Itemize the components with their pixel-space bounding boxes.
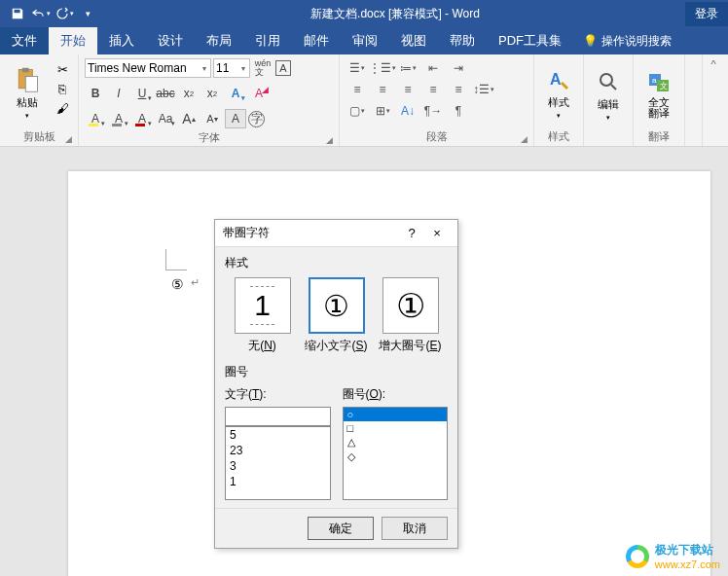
text-input[interactable] <box>225 407 331 426</box>
copy-icon[interactable]: ⎘ <box>53 80 72 97</box>
watermark-name: 极光下载站 <box>655 542 720 558</box>
underline-button[interactable]: U▾ <box>131 84 153 103</box>
character-border-icon[interactable]: A <box>275 60 291 76</box>
style-label-enlarge: 增大圈号(E) <box>379 338 441 354</box>
shrink-font-button[interactable]: A▾ <box>201 109 223 128</box>
list-item[interactable]: 1 <box>226 474 330 489</box>
ok-button[interactable]: 确定 <box>308 517 374 540</box>
full-translate-button[interactable]: a文 全文 翻译 <box>639 58 678 127</box>
paste-button[interactable]: 粘贴 ▾ <box>6 58 49 127</box>
dialog-titlebar[interactable]: 带圈字符 ? × <box>215 220 457 247</box>
font-size-combo[interactable]: 11▾ <box>213 58 250 78</box>
italic-button[interactable]: I <box>108 84 129 103</box>
align-right-button[interactable]: ≡ <box>396 80 419 99</box>
change-case-button[interactable]: Aa▾ <box>155 109 176 128</box>
style-label-none: 无(N) <box>248 338 276 354</box>
styles-button[interactable]: A 样式▾ <box>540 58 577 127</box>
list-item[interactable]: ◇ <box>344 450 448 464</box>
tab-design[interactable]: 设计 <box>146 27 195 54</box>
show-marks-button[interactable]: ¶ <box>447 101 470 121</box>
style-option-none[interactable]: 1 无(N) <box>231 277 295 354</box>
line-spacing-button[interactable]: ↕☰▾ <box>472 80 495 99</box>
svg-text:文: 文 <box>660 82 668 90</box>
tab-view[interactable]: 视图 <box>389 27 438 54</box>
font-dialog-launcher-icon[interactable]: ◢ <box>326 135 333 145</box>
font-name-combo[interactable]: Times New Roman▾ <box>85 58 211 78</box>
align-center-button[interactable]: ≡ <box>371 80 394 99</box>
title-bar: ▾ ▾ ▾ 新建文档.docx [兼容模式] - Word 登录 <box>0 0 728 27</box>
list-item[interactable]: 3 <box>226 458 330 474</box>
paragraph-dialog-launcher-icon[interactable]: ◢ <box>521 134 528 144</box>
translate-icon: a文 <box>645 68 673 95</box>
find-replace-button[interactable]: 查替 <box>691 58 703 86</box>
dialog-help-button[interactable]: ? <box>399 226 424 240</box>
text-label: 文字(T): <box>225 386 331 403</box>
highlight-button[interactable]: A▾ <box>85 109 106 128</box>
clipboard-dialog-launcher-icon[interactable]: ◢ <box>65 134 72 144</box>
find-icon <box>595 68 622 95</box>
clear-formatting-icon[interactable]: A◢ <box>248 84 270 103</box>
tab-pdftools[interactable]: PDF工具集 <box>487 27 573 54</box>
collapse-ribbon-icon[interactable]: ^ <box>703 54 724 146</box>
phonetic-guide-icon[interactable]: wén文 <box>252 58 273 78</box>
superscript-button[interactable]: x2 <box>201 84 223 103</box>
tab-insert[interactable]: 插入 <box>97 27 146 54</box>
text-effects-button[interactable]: A▾ <box>225 84 246 103</box>
grow-font-button[interactable]: A▴ <box>178 109 200 128</box>
group-label-paragraph: 段落◢ <box>346 127 528 146</box>
text-listbox[interactable]: 5 23 3 1 <box>225 426 331 500</box>
document-text: ⑤ <box>171 276 184 293</box>
redo-icon[interactable]: ▾ <box>55 4 74 23</box>
subscript-button[interactable]: x2 <box>178 84 200 103</box>
strikethrough-button[interactable]: abc <box>155 84 176 103</box>
cancel-button[interactable]: 取消 <box>382 517 448 540</box>
qat-customize-icon[interactable]: ▾ <box>78 4 97 23</box>
editing-button[interactable]: 编辑▾ <box>590 58 627 130</box>
enclosure-listbox[interactable]: ○ □ △ ◇ <box>343 407 449 500</box>
svg-text:A: A <box>550 71 562 88</box>
ltr-button[interactable]: ¶→ <box>421 101 445 121</box>
tell-me-label: 操作说明搜索 <box>601 33 672 50</box>
ribbon: 粘贴 ▾ ✂ ⎘ 🖌 剪贴板◢ Times New Roman▾ 11▾ wén… <box>0 54 728 147</box>
cut-icon[interactable]: ✂ <box>53 60 72 78</box>
save-icon[interactable] <box>8 4 27 23</box>
quick-access-toolbar: ▾ ▾ ▾ <box>0 4 105 23</box>
character-scaling-button[interactable]: A <box>225 109 246 128</box>
increase-indent-button[interactable]: ⇥ <box>447 58 470 78</box>
numbering-button[interactable]: ⋮☰▾ <box>371 58 394 78</box>
tab-references[interactable]: 引用 <box>243 27 292 54</box>
bold-button[interactable]: B <box>85 84 106 103</box>
align-left-button[interactable]: ≡ <box>346 80 369 99</box>
style-option-enlarge[interactable]: ① 增大圈号(E) <box>379 277 443 354</box>
list-item[interactable]: 23 <box>226 443 330 458</box>
tab-layout[interactable]: 布局 <box>195 27 243 54</box>
enclosure-section-label: 圈号 <box>225 364 448 380</box>
enclose-characters-button[interactable]: 字 <box>248 111 265 127</box>
shading-button[interactable]: ▢▾ <box>346 101 369 121</box>
tab-help[interactable]: 帮助 <box>438 27 487 54</box>
dialog-close-button[interactable]: × <box>424 226 450 240</box>
tell-me-search[interactable]: 💡 操作说明搜索 <box>573 33 681 50</box>
tab-review[interactable]: 审阅 <box>341 27 389 54</box>
list-item[interactable]: □ <box>344 421 448 435</box>
undo-icon[interactable]: ▾ <box>31 4 51 23</box>
font-color-button[interactable]: A▾ <box>131 109 153 128</box>
tab-file[interactable]: 文件 <box>0 27 49 54</box>
sort-button[interactable]: A↓ <box>396 101 419 121</box>
align-justify-button[interactable]: ≡ <box>421 80 445 99</box>
style-option-shrink[interactable]: ① 缩小文字(S) <box>305 277 369 354</box>
list-item[interactable]: △ <box>344 435 448 450</box>
multilevel-list-button[interactable]: ≔▾ <box>396 58 419 78</box>
distributed-button[interactable]: ≡ <box>447 80 470 99</box>
list-item[interactable]: 5 <box>226 427 330 443</box>
decrease-indent-button[interactable]: ⇤ <box>421 58 445 78</box>
styles-label: 样式 <box>548 95 569 110</box>
borders-button[interactable]: ⊞▾ <box>371 101 394 121</box>
list-item[interactable]: ○ <box>344 408 448 421</box>
bullets-button[interactable]: ☰▾ <box>346 58 369 78</box>
tab-mailings[interactable]: 邮件 <box>292 27 341 54</box>
login-button[interactable]: 登录 <box>685 2 728 26</box>
tab-home[interactable]: 开始 <box>49 27 97 54</box>
char-shading-button[interactable]: A▾ <box>108 109 129 128</box>
format-painter-icon[interactable]: 🖌 <box>53 99 72 117</box>
